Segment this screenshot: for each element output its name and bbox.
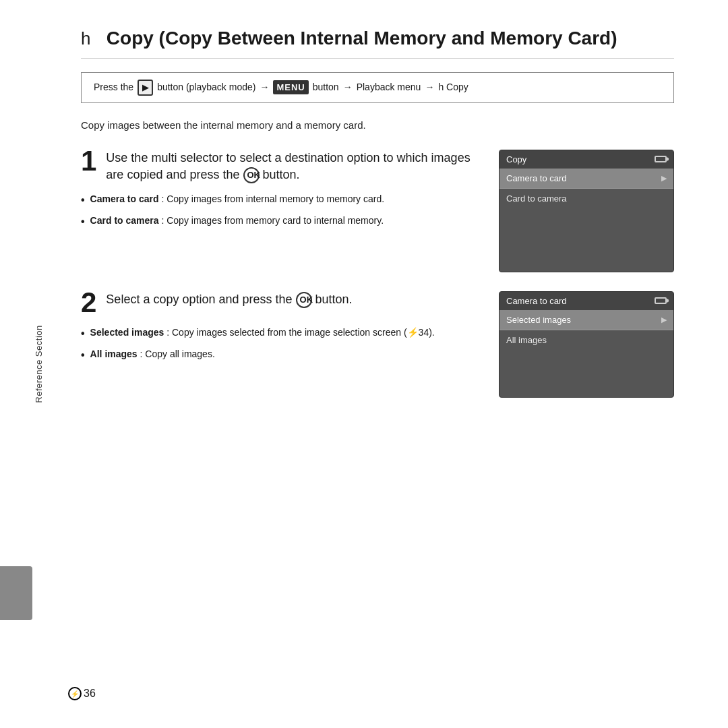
step-2: 2 Select a copy option and press the OK … <box>81 291 674 398</box>
camera-menu-1-empty <box>499 224 673 272</box>
step-2-bullet-1: Selected images : Copy images selected f… <box>81 326 479 341</box>
camera-menu-1-title: Copy <box>506 154 526 164</box>
step-1-bullet-2: Card to camera : Copy images from memory… <box>81 214 479 229</box>
step-1-number: 1 <box>81 150 96 175</box>
step-2-bullet-2-bold: All images <box>90 348 138 359</box>
nav-arrow-2: → <box>343 80 353 94</box>
camera-menu-2-item-2: All images <box>499 330 673 350</box>
step-1-title: 1 Use the multi selector to select a des… <box>81 150 479 183</box>
step-1-content: 1 Use the multi selector to select a des… <box>81 150 499 272</box>
ok-icon-step2: OK <box>296 292 312 308</box>
nav-breadcrumb: Press the ▶ button (playback mode) → MEN… <box>81 72 674 103</box>
step-2-bullets: Selected images : Copy images selected f… <box>81 326 479 363</box>
nav-prefix: Press the <box>94 80 133 94</box>
camera-menu-1-spacer-3 <box>499 219 673 224</box>
playback-button-icon: ▶ <box>138 80 153 96</box>
camera-menu-1-spacer-2 <box>499 214 673 219</box>
nav-end: h Copy <box>438 80 468 94</box>
step-1-bullet-1-text: : Copy images from internal memory to me… <box>161 193 384 204</box>
camera-menu-1-spacer-1 <box>499 208 673 214</box>
step-1: 1 Use the multi selector to select a des… <box>81 150 674 272</box>
page-number: ⚡ 36 <box>67 686 96 701</box>
camera-menu-2-item-1: Selected images ▶ <box>499 310 673 330</box>
camera-menu-2-empty <box>499 350 673 397</box>
nav-button-label: button (playback mode) <box>157 80 255 94</box>
page-number-icon: ⚡ <box>67 686 82 701</box>
page-title: h Copy (Copy Between Internal Memory and… <box>81 27 674 59</box>
camera-menu-2: Camera to card Selected images ▶ All ima… <box>499 291 674 398</box>
steps-container: 1 Use the multi selector to select a des… <box>81 150 674 398</box>
nav-playback-menu: Playback menu <box>357 80 421 94</box>
camera-menu-1-item-1-arrow: ▶ <box>661 174 667 183</box>
camera-menu-1: Copy Camera to card ▶ Card to camera <box>499 150 674 272</box>
camera-menu-1-item-1-label: Camera to card <box>506 173 567 183</box>
step-1-bullets: Camera to card : Copy images from intern… <box>81 193 479 230</box>
page-description: Copy images between the internal memory … <box>81 119 674 131</box>
nav-arrow-3: → <box>425 80 434 94</box>
step-1-bullet-2-text: : Copy images from memory card to intern… <box>161 215 384 226</box>
step-2-number: 2 <box>81 291 96 317</box>
ok-icon-step1: OK <box>243 167 260 183</box>
camera-menu-1-item-2: Card to camera <box>499 189 673 208</box>
camera-menu-1-item-1: Camera to card ▶ <box>499 169 673 188</box>
step-1-menu: Copy Camera to card ▶ Card to camera <box>499 150 674 272</box>
step-2-bullet-1-bold: Selected images <box>90 327 164 338</box>
step-1-bullet-1: Camera to card : Copy images from intern… <box>81 193 479 208</box>
step-2-bullet-2-text: : Copy all images. <box>140 348 215 359</box>
camera-menu-1-item-2-label: Card to camera <box>506 193 567 204</box>
title-text: Copy (Copy Between Internal Memory and M… <box>107 28 617 49</box>
svg-text:⚡: ⚡ <box>71 690 80 698</box>
step-2-bullet-2: All images : Copy all images. <box>81 348 479 363</box>
nav-menu-suffix: button <box>313 80 339 94</box>
camera-menu-2-item-1-label: Selected images <box>506 315 571 325</box>
camera-menu-1-titlebar: Copy <box>499 150 673 169</box>
camera-menu-2-title: Camera to card <box>506 296 567 306</box>
battery-icon-1 <box>655 156 667 162</box>
battery-icon-2 <box>655 297 667 304</box>
step-2-bullet-1-text: : Copy images selected from the image se… <box>166 327 435 338</box>
title-prefix: h <box>81 28 90 49</box>
step-2-menu: Camera to card Selected images ▶ All ima… <box>499 291 674 398</box>
camera-menu-2-item-2-label: All images <box>506 335 547 345</box>
menu-icon: MENU <box>273 80 308 95</box>
camera-menu-2-titlebar: Camera to card <box>499 292 673 310</box>
page-number-text: 36 <box>84 688 96 700</box>
step-2-title: 2 Select a copy option and press the OK … <box>81 291 479 317</box>
step-1-bullet-2-bold: Card to camera <box>90 215 159 226</box>
step-2-content: 2 Select a copy option and press the OK … <box>81 291 499 398</box>
step-1-bullet-1-bold: Camera to card <box>90 193 159 204</box>
camera-menu-2-item-1-arrow: ▶ <box>661 315 667 324</box>
nav-arrow-1: → <box>260 80 269 94</box>
